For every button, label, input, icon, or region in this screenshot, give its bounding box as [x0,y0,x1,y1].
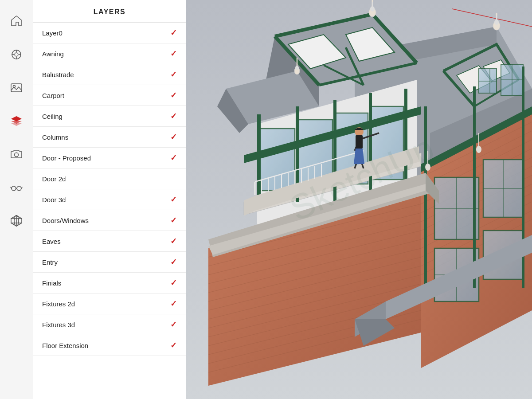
sidebar-item-view[interactable] [0,171,33,204]
layer-visibility-check[interactable]: ✓ [170,321,177,329]
sidebar-item-home[interactable] [0,4,33,38]
layer-visibility-check[interactable]: ✓ [170,50,177,58]
layer-name: Eaves [42,238,61,245]
layer-row[interactable]: Doors/Windows✓ [33,210,186,231]
layer-name: Door - Proposed [42,154,91,162]
settings-3d-icon [9,214,23,228]
layer-visibility-check[interactable]: ✓ [170,29,177,37]
svg-point-1 [15,53,18,56]
layer-name: Finials [42,279,61,287]
layer-name: Fixtures 3d [42,321,75,329]
layers-list[interactable]: Layer0✓Awning✓Balustrade✓Carport✓Ceiling… [33,23,186,399]
layer-row[interactable]: Balustrade✓ [33,64,186,85]
layer-name: Carport [42,92,64,99]
layer-row[interactable]: Door 3d✓ [33,189,186,210]
svg-rect-60 [259,129,295,191]
svg-point-10 [17,186,21,191]
layer-visibility-check[interactable]: ✓ [170,237,177,245]
layer-row[interactable]: Door 2d✓ [33,168,186,189]
layer-row[interactable]: Door - Proposed✓ [33,148,186,168]
layer-name: Balustrade [42,71,74,78]
home-icon [9,14,23,28]
layers-header: LAYERS [33,0,186,23]
svg-point-8 [15,153,19,156]
layer-visibility-check[interactable]: ✓ [170,341,177,349]
sidebar-item-measure[interactable] [0,38,33,71]
layer-name: Door 3d [42,196,66,203]
layer-name: Awning [42,50,64,58]
svg-line-12 [11,187,12,188]
svg-rect-6 [11,84,22,92]
svg-point-47 [370,6,375,12]
layer-name: Entry [42,258,58,266]
layer-visibility-check[interactable]: ✓ [170,70,177,78]
3d-scene: SketchUp [186,0,532,399]
layer-row[interactable]: Fixtures 2d✓ [33,293,186,314]
layer-row[interactable]: Finials✓ [33,273,186,293]
layer-row[interactable]: Awning✓ [33,43,186,64]
svg-line-13 [21,187,22,188]
svg-point-9 [12,186,16,191]
measure-icon [9,47,23,62]
sidebar-item-image[interactable] [0,71,33,104]
layer-visibility-check[interactable]: ✓ [170,112,177,120]
layer-name: Columns [42,133,68,141]
layers-icon [9,114,23,128]
layer-name: Ceiling [42,113,63,120]
layer-visibility-check[interactable]: ✓ [170,154,177,162]
layer-row[interactable]: Carport✓ [33,85,186,106]
sidebar-item-settings[interactable] [0,204,33,237]
svg-point-51 [295,66,299,70]
layer-visibility-check[interactable]: ✓ [170,216,177,224]
layer-visibility-check[interactable]: ✓ [170,133,177,141]
layer-row[interactable]: Layer0✓ [33,23,186,43]
layer-row[interactable]: Floor Extension✓ [33,335,186,356]
sidebar-item-camera[interactable] [0,137,33,171]
layer-name: Doors/Windows [42,217,89,224]
svg-point-117 [476,146,481,153]
svg-point-54 [494,20,499,25]
layer-name: Floor Extension [42,342,88,349]
layer-visibility-check[interactable]: ✓ [170,300,177,308]
layer-visibility-check[interactable]: ✓ [170,279,177,287]
layer-name: Door 2d [42,175,66,183]
main-view[interactable]: SketchUp [186,0,532,399]
layer-visibility-check[interactable]: ✓ [170,258,177,266]
svg-rect-67 [257,114,261,202]
layer-row[interactable]: Eaves✓ [33,231,186,252]
layer-visibility-check[interactable]: ✓ [170,91,177,99]
layer-row[interactable]: Entry✓ [33,252,186,273]
layer-row[interactable]: Ceiling✓ [33,106,186,127]
layer-visibility-check[interactable]: ✓ [170,196,177,203]
icon-sidebar [0,0,33,399]
layer-row[interactable]: Columns✓ [33,127,186,148]
layer-name: Layer0 [42,29,63,37]
layers-panel: LAYERS Layer0✓Awning✓Balustrade✓Carport✓… [33,0,186,399]
layers-title: LAYERS [42,8,177,16]
layer-name: Fixtures 2d [42,300,75,308]
sidebar-item-layers[interactable] [0,104,33,137]
svg-rect-137 [356,135,363,149]
view-icon [9,180,23,195]
layer-row[interactable]: Fixtures 3d✓ [33,314,186,335]
image-icon [9,81,23,95]
camera-icon [9,147,23,161]
